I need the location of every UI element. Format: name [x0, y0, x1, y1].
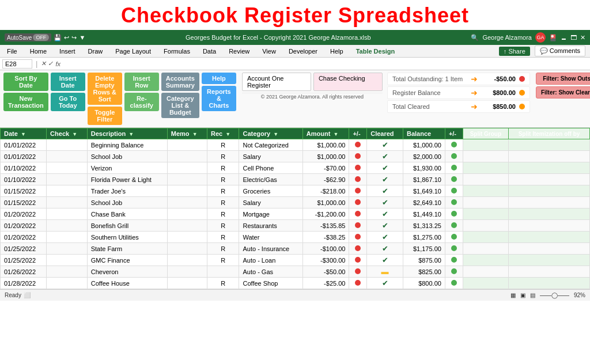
cell-description: School Job — [87, 151, 167, 162]
menu-page-layout[interactable]: Page Layout — [113, 47, 153, 56]
delete-empty-button[interactable]: Delete Empty Rows & Sort — [88, 73, 122, 105]
cell-amount: -$1,200.00 — [302, 208, 349, 220]
cell-cleared[interactable]: ✔ — [367, 174, 403, 185]
redo-icon[interactable]: ↪ — [71, 34, 77, 41]
cell-pm — [349, 243, 367, 255]
new-transaction-button[interactable]: New Transaction — [3, 93, 48, 111]
menu-view[interactable]: View — [260, 47, 278, 56]
table-row[interactable]: 01/10/2022 Verizon R Cell Phone -$70.00 … — [1, 162, 590, 174]
cell-balance: $1,867.10 — [403, 174, 445, 185]
header-description[interactable]: Description ▼ — [87, 128, 167, 139]
share-button[interactable]: ↑ Share — [499, 47, 530, 56]
ribbon-icon[interactable]: 🎴 — [549, 34, 557, 41]
menu-review[interactable]: Review — [226, 47, 252, 56]
ribbon-col-6: Help Reports & Charts — [202, 73, 236, 125]
cell-check — [47, 278, 88, 289]
toggle-off: OFF — [33, 34, 49, 41]
menu-developer[interactable]: Developer — [286, 47, 320, 56]
table-row[interactable]: 01/01/2022 School Job R Salary $1,000.00… — [1, 151, 590, 162]
minimize-icon[interactable]: 🗕 — [561, 34, 567, 41]
cell-pm — [349, 266, 367, 278]
category-list-button[interactable]: Category List & Budget — [161, 93, 199, 118]
table-row[interactable]: 01/25/2022 GMC Finance R Auto - Loan -$3… — [1, 255, 590, 266]
header-date[interactable]: Date ▼ — [1, 128, 47, 139]
cell-cleared[interactable]: ✔ — [367, 197, 403, 208]
table-row[interactable]: 01/20/2022 Chase Bank R Mortgage -$1,200… — [1, 208, 590, 220]
table-row[interactable]: 01/15/2022 School Job R Salary $1,000.00… — [1, 197, 590, 208]
menu-draw[interactable]: Draw — [86, 47, 105, 56]
table-row[interactable]: 01/25/2022 State Farm R Auto - Insurance… — [1, 243, 590, 255]
close-icon[interactable]: ✕ — [580, 34, 585, 41]
menu-help[interactable]: Help — [328, 47, 346, 56]
cell-cleared[interactable]: ✔ — [367, 185, 403, 197]
table-row[interactable]: 01/01/2022 Beginning Balance R Not Categ… — [1, 139, 590, 151]
sort-by-date-button[interactable]: Sort By Date — [3, 73, 48, 91]
cell-cleared[interactable]: ✔ — [367, 243, 403, 255]
maximize-icon[interactable]: 🗖 — [570, 34, 577, 41]
table-row[interactable]: 01/20/2022 Bonefish Grill R Restaurants … — [1, 220, 590, 232]
table-row[interactable]: 01/28/2022 Coffee House R Coffee Shop -$… — [1, 278, 590, 289]
zoom-slider[interactable]: ——◯—— — [540, 292, 569, 298]
table-row[interactable]: 01/20/2022 Southern Utilities R Water -$… — [1, 232, 590, 243]
cell-cleared[interactable]: ▬ — [367, 266, 403, 278]
accounts-summary-button[interactable]: Accounts Summary — [161, 73, 199, 91]
cell-cleared[interactable]: ✔ — [367, 278, 403, 289]
menu-data[interactable]: Data — [201, 47, 218, 56]
view-break-icon[interactable]: ▤ — [530, 292, 535, 298]
filter-outstanding-button[interactable]: Filter: Show Outstanding — [536, 73, 590, 85]
view-layout-icon[interactable]: ▣ — [520, 292, 525, 298]
undo-icon[interactable]: ↩ — [64, 34, 69, 41]
formula-input[interactable] — [65, 60, 588, 67]
reports-charts-button[interactable]: Reports & Charts — [202, 86, 236, 111]
insert-date-button[interactable]: Insert Date — [51, 73, 85, 91]
cell-date: 01/28/2022 — [1, 278, 47, 289]
header-rec[interactable]: Rec ▼ — [207, 128, 239, 139]
header-balance-pm[interactable]: +/- — [445, 128, 463, 139]
header-balance[interactable]: Balance — [403, 128, 445, 139]
cell-cleared[interactable]: ✔ — [367, 162, 403, 174]
quick-access-icon[interactable]: ▼ — [79, 34, 85, 41]
cell-cleared[interactable]: ✔ — [367, 255, 403, 266]
menu-formulas[interactable]: Formulas — [161, 47, 192, 56]
cell-check — [47, 255, 88, 266]
cell-cleared[interactable]: ✔ — [367, 151, 403, 162]
header-pm[interactable]: +/- — [349, 128, 367, 139]
menu-insert[interactable]: Insert — [57, 47, 78, 56]
cell-balance-pm — [445, 197, 463, 208]
header-category[interactable]: Category ▼ — [239, 128, 302, 139]
cell-check — [47, 232, 88, 243]
cell-cleared[interactable]: ✔ — [367, 232, 403, 243]
cell-reference[interactable] — [2, 59, 32, 69]
menu-share-area: ↑ Share 💬 Comments — [499, 46, 585, 56]
toolbar-save-icon[interactable]: 💾 — [54, 34, 62, 41]
view-normal-icon[interactable]: ▦ — [510, 292, 516, 298]
comments-button[interactable]: 💬 Comments — [535, 46, 585, 56]
menu-table-design[interactable]: Table Design — [354, 47, 398, 56]
header-cleared[interactable]: Cleared — [367, 128, 403, 139]
re-classify-button[interactable]: Re-classify — [124, 93, 159, 111]
cell-cleared[interactable]: ✔ — [367, 208, 403, 220]
header-amount[interactable]: Amount ▼ — [302, 128, 349, 139]
go-to-today-button[interactable]: Go To Today — [51, 93, 85, 111]
filter-cleared-button[interactable]: Filter: Show Cleared Items — [536, 86, 590, 98]
main-table-container[interactable]: Date ▼ Check ▼ Description ▼ Memo ▼ Rec … — [0, 128, 590, 289]
help-button[interactable]: Help — [202, 73, 236, 84]
table-row[interactable]: 01/15/2022 Trader Joe's R Groceries -$21… — [1, 185, 590, 197]
table-row[interactable]: 01/26/2022 Cheveron Auto - Gas -$50.00 ▬… — [1, 266, 590, 278]
toggle-filter-button[interactable]: Toggle Filter — [88, 107, 122, 125]
cell-check — [47, 174, 88, 185]
cell-rec: R — [207, 243, 239, 255]
cell-cleared[interactable]: ✔ — [367, 220, 403, 232]
search-icon[interactable]: 🔍 — [471, 34, 479, 41]
menu-file[interactable]: File — [5, 47, 20, 56]
table-row[interactable]: 01/10/2022 Florida Power & Light R Elect… — [1, 174, 590, 185]
cell-memo — [167, 232, 207, 243]
title-bar-center: Georges Budget for Excel - Copyright 202… — [85, 34, 471, 41]
cell-cleared[interactable]: ✔ — [367, 139, 403, 151]
header-memo[interactable]: Memo ▼ — [167, 128, 207, 139]
menu-home[interactable]: Home — [28, 47, 49, 56]
insert-row-button[interactable]: Insert Row — [124, 73, 159, 91]
autosave-button[interactable]: AutoSave OFF — [5, 33, 51, 41]
cell-rec: R — [207, 174, 239, 185]
header-check[interactable]: Check ▼ — [47, 128, 88, 139]
